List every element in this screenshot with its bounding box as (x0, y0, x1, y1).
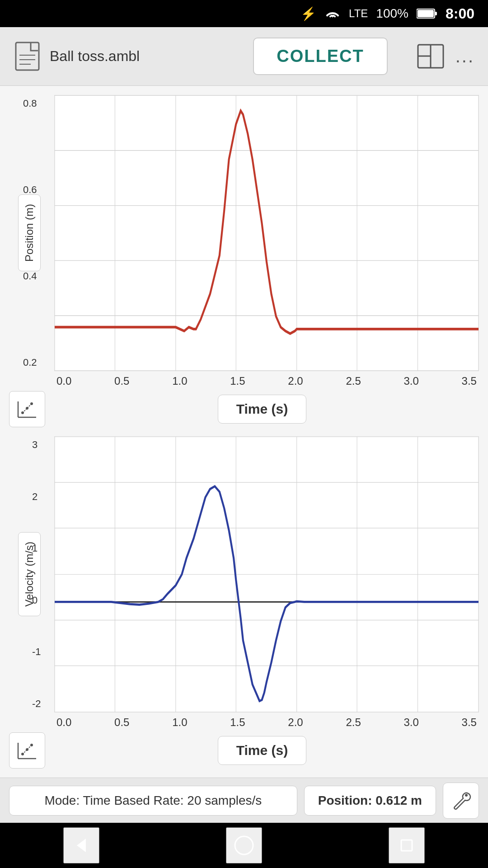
position-time-label-button[interactable]: Time (s) (218, 395, 306, 424)
x-tick: 1.0 (172, 716, 187, 729)
position-chart-section: Position (m) (0, 95, 488, 427)
status-bar: ⚡ LTE 100% 8:00 (0, 0, 488, 27)
x-tick: 3.0 (404, 716, 418, 729)
home-icon (233, 834, 255, 857)
velocity-x-axis-labels: 0.0 0.5 1.0 1.5 2.0 2.5 3.0 3.5 (54, 716, 479, 729)
x-tick: 2.5 (346, 716, 361, 729)
filename: Ball toss.ambl (50, 48, 244, 65)
position-x-axis-labels: 0.0 0.5 1.0 1.5 2.0 2.5 3.0 3.5 (54, 375, 479, 387)
x-tick: 0.0 (56, 716, 71, 729)
chart-tools-icon-2 (16, 741, 38, 761)
velocity-x-axis-row: 0.0 0.5 1.0 1.5 2.0 2.5 3.0 3.5 (9, 716, 479, 729)
x-tick: 0.5 (114, 375, 129, 387)
x-tick: 1.5 (230, 375, 245, 387)
svg-point-52 (465, 794, 468, 797)
position-label: Position: (318, 793, 372, 807)
position-chart-area: 0.8 0.6 0.4 0.2 (54, 95, 479, 371)
collect-button[interactable]: COLLECT (253, 38, 387, 75)
x-tick: 1.0 (172, 375, 187, 387)
battery-pct: 100% (376, 6, 408, 21)
x-tick: 1.5 (230, 716, 245, 729)
position-x-axis-row: 0.0 0.5 1.0 1.5 2.0 2.5 3.0 3.5 (9, 375, 479, 387)
x-tick: 2.0 (288, 716, 303, 729)
svg-rect-1 (435, 12, 437, 15)
bluetooth-icon: ⚡ (300, 6, 316, 21)
velocity-time-label-button[interactable]: Time (s) (218, 736, 306, 765)
position-chart-svg (55, 95, 479, 371)
svg-point-54 (235, 836, 253, 854)
velocity-chart-section: Velocity (m/s) (0, 436, 488, 769)
velocity-chart-svg (55, 437, 479, 712)
x-tick: 3.0 (404, 375, 418, 387)
home-button[interactable] (226, 827, 262, 863)
layout-icon[interactable] (415, 41, 446, 72)
svg-marker-53 (77, 839, 86, 852)
x-tick: 2.0 (288, 375, 303, 387)
velocity-bottom-row: Time (s) (9, 732, 479, 769)
battery-icon (417, 8, 437, 19)
x-tick: 0.0 (56, 375, 71, 387)
toolbar: Ball toss.ambl COLLECT ... (0, 27, 488, 86)
position-value: 0.612 m (375, 793, 422, 807)
x-tick: 3.5 (462, 716, 477, 729)
back-icon (72, 836, 90, 854)
position-value-button[interactable]: Position: 0.612 m (304, 786, 436, 816)
nav-bar (0, 823, 488, 868)
velocity-y-axis-label-container: Velocity (m/s) (9, 436, 50, 712)
velocity-chart-tools-button[interactable] (9, 732, 45, 769)
wrench-button[interactable] (443, 783, 479, 819)
wrench-icon (451, 790, 471, 811)
bottom-bar: Mode: Time Based Rate: 20 samples/s Posi… (0, 778, 488, 823)
position-bottom-row: Time (s) (9, 391, 479, 427)
position-chart-tools-button[interactable] (9, 391, 45, 427)
recents-icon (398, 836, 416, 854)
svg-rect-3 (16, 42, 39, 70)
main-content: Position (m) (0, 86, 488, 778)
chart-tools-icon (16, 399, 38, 420)
back-button[interactable] (63, 827, 99, 863)
svg-rect-2 (418, 10, 434, 17)
recents-button[interactable] (389, 827, 425, 863)
mode-info-button[interactable]: Mode: Time Based Rate: 20 samples/s (9, 786, 297, 816)
lte-indicator: LTE (349, 7, 368, 20)
x-tick: 0.5 (114, 716, 129, 729)
clock: 8:00 (446, 5, 474, 22)
x-tick: 3.5 (462, 375, 477, 387)
wifi-icon (324, 7, 341, 20)
more-options-icon[interactable]: ... (455, 46, 474, 66)
velocity-chart-area: 3 2 1 0 -1 -2 (54, 436, 479, 712)
svg-rect-55 (401, 840, 412, 851)
x-tick: 2.5 (346, 375, 361, 387)
file-icon (14, 41, 41, 72)
